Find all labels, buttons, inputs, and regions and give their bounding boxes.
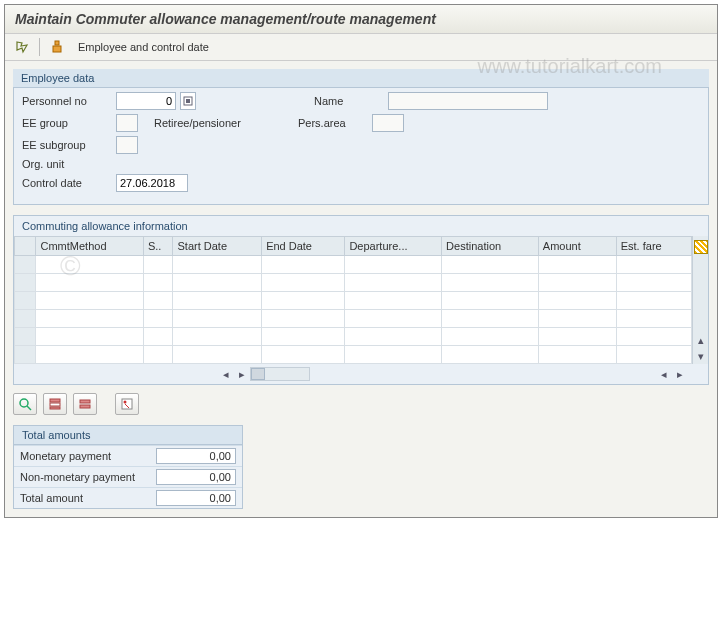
- employee-data-group: Employee data Personnel no Name EE group…: [13, 69, 709, 205]
- table-cell[interactable]: [616, 328, 691, 346]
- table-cell[interactable]: [616, 256, 691, 274]
- hscroll-left2-icon[interactable]: ◂: [656, 366, 672, 382]
- table-cell[interactable]: [616, 274, 691, 292]
- table-cell[interactable]: [442, 274, 539, 292]
- table-cell[interactable]: [538, 346, 616, 364]
- employee-control-date-button[interactable]: Employee and control date: [74, 39, 213, 55]
- table-cell[interactable]: [538, 292, 616, 310]
- row-selector-header[interactable]: [15, 237, 36, 256]
- table-cell[interactable]: [173, 346, 262, 364]
- table-cell[interactable]: [262, 274, 345, 292]
- table-cell[interactable]: [345, 310, 442, 328]
- execute-icon[interactable]: [13, 38, 31, 56]
- col-startdate[interactable]: Start Date: [173, 237, 262, 256]
- table-cell[interactable]: [173, 274, 262, 292]
- table-cell[interactable]: [442, 256, 539, 274]
- table-cell[interactable]: [143, 256, 173, 274]
- row-selector[interactable]: [15, 256, 36, 274]
- total-label: Total amount: [20, 492, 83, 504]
- table-cell[interactable]: [143, 274, 173, 292]
- control-date-input[interactable]: [116, 174, 188, 192]
- table-cell[interactable]: [143, 346, 173, 364]
- table-row[interactable]: [15, 328, 692, 346]
- table-cell[interactable]: [538, 274, 616, 292]
- table-row[interactable]: [15, 256, 692, 274]
- table-cell[interactable]: [345, 256, 442, 274]
- page-title: Maintain Commuter allowance management/r…: [5, 5, 717, 34]
- table-cell[interactable]: [345, 346, 442, 364]
- table-cell[interactable]: [262, 256, 345, 274]
- table-hscroll-left-group[interactable]: ◂ ▸: [218, 366, 310, 382]
- delete-row-button[interactable]: [73, 393, 97, 415]
- table-row[interactable]: [15, 346, 692, 364]
- col-enddate[interactable]: End Date: [262, 237, 345, 256]
- table-row[interactable]: [15, 310, 692, 328]
- employee-icon[interactable]: [48, 38, 66, 56]
- table-cell[interactable]: [36, 256, 143, 274]
- route-button[interactable]: [115, 393, 139, 415]
- row-selector[interactable]: [15, 310, 36, 328]
- row-selector[interactable]: [15, 346, 36, 364]
- table-cell[interactable]: [36, 328, 143, 346]
- hscroll-thumb[interactable]: [251, 368, 265, 380]
- table-cell[interactable]: [36, 274, 143, 292]
- col-s[interactable]: S..: [143, 237, 173, 256]
- table-cell[interactable]: [173, 292, 262, 310]
- table-cell[interactable]: [262, 310, 345, 328]
- allowance-table[interactable]: CmmtMethod S.. Start Date End Date Depar…: [14, 236, 692, 364]
- col-amount[interactable]: Amount: [538, 237, 616, 256]
- personnel-no-input[interactable]: [116, 92, 176, 110]
- table-row[interactable]: [15, 274, 692, 292]
- svg-point-12: [124, 401, 127, 404]
- table-cell[interactable]: [442, 346, 539, 364]
- app-window: Maintain Commuter allowance management/r…: [4, 4, 718, 518]
- table-cell[interactable]: [143, 292, 173, 310]
- table-cell[interactable]: [36, 310, 143, 328]
- table-header-row: CmmtMethod S.. Start Date End Date Depar…: [15, 237, 692, 256]
- col-destination[interactable]: Destination: [442, 237, 539, 256]
- table-cell[interactable]: [262, 328, 345, 346]
- table-cell[interactable]: [173, 328, 262, 346]
- svg-line-5: [27, 406, 31, 410]
- ee-subgroup-label: EE subgroup: [22, 139, 112, 151]
- table-cell[interactable]: [538, 310, 616, 328]
- table-cell[interactable]: [442, 310, 539, 328]
- table-cell[interactable]: [442, 292, 539, 310]
- hscroll-left-icon[interactable]: ◂: [218, 366, 234, 382]
- table-cell[interactable]: [173, 310, 262, 328]
- table-cell[interactable]: [616, 310, 691, 328]
- table-cell[interactable]: [616, 346, 691, 364]
- scroll-down-icon[interactable]: ▾: [693, 348, 709, 364]
- table-cell[interactable]: [36, 292, 143, 310]
- hscroll-right-icon[interactable]: ▸: [234, 366, 250, 382]
- table-row[interactable]: [15, 292, 692, 310]
- table-cell[interactable]: [345, 328, 442, 346]
- col-departure[interactable]: Departure...: [345, 237, 442, 256]
- row-selector[interactable]: [15, 328, 36, 346]
- table-cell[interactable]: [538, 256, 616, 274]
- table-cell[interactable]: [262, 346, 345, 364]
- table-cell[interactable]: [143, 328, 173, 346]
- scroll-up-icon[interactable]: ▴: [693, 332, 709, 348]
- insert-row-button[interactable]: [43, 393, 67, 415]
- table-cell[interactable]: [173, 256, 262, 274]
- table-cell[interactable]: [442, 328, 539, 346]
- row-selector[interactable]: [15, 274, 36, 292]
- table-cell[interactable]: [345, 292, 442, 310]
- table-cell[interactable]: [538, 328, 616, 346]
- table-cell[interactable]: [143, 310, 173, 328]
- table-hscroll-right-group[interactable]: ◂ ▸: [656, 366, 688, 382]
- table-cell[interactable]: [345, 274, 442, 292]
- table-cell[interactable]: [616, 292, 691, 310]
- details-button[interactable]: [13, 393, 37, 415]
- table-vertical-scrollbar[interactable]: ▴ ▾: [692, 236, 708, 364]
- col-cmmtmethod[interactable]: CmmtMethod: [36, 237, 143, 256]
- personnel-no-search-help[interactable]: [180, 92, 196, 110]
- table-cell[interactable]: [262, 292, 345, 310]
- table-cell[interactable]: [36, 346, 143, 364]
- col-estfare[interactable]: Est. fare: [616, 237, 691, 256]
- table-settings-icon[interactable]: [694, 240, 708, 254]
- hscroll-track[interactable]: [250, 367, 310, 381]
- hscroll-right2-icon[interactable]: ▸: [672, 366, 688, 382]
- row-selector[interactable]: [15, 292, 36, 310]
